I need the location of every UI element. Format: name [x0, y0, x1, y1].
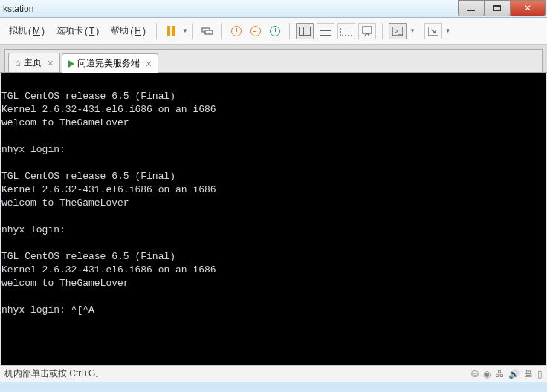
home-icon: ⌂: [15, 57, 21, 68]
statusbar: 机内部单击或按 Ctrl+G。 ⛁ ◉ 🖧 🔊 🖶 ▯: [0, 365, 547, 382]
device-sound-icon[interactable]: 🔊: [508, 369, 520, 379]
menu-help[interactable]: 帮助(H): [105, 22, 152, 40]
device-net-icon[interactable]: 🖧: [495, 369, 504, 379]
device-usb-icon[interactable]: ▯: [537, 369, 543, 379]
status-icons: ⛁ ◉ 🖧 🔊 🖶 ▯: [471, 369, 543, 379]
pause-dropdown[interactable]: ▼: [182, 27, 188, 34]
tab-home[interactable]: ⌂ 主页 ×: [8, 53, 60, 72]
device-printer-icon[interactable]: 🖶: [524, 369, 533, 379]
view-layout-3[interactable]: [337, 23, 355, 39]
menu-tabs[interactable]: 选项卡(T): [51, 22, 105, 40]
device-hdd-icon[interactable]: ⛁: [471, 369, 479, 379]
svg-rect-3: [363, 27, 372, 33]
window-title: kstation: [3, 4, 33, 14]
snapshot-button[interactable]: [228, 23, 245, 39]
tab-vm-close[interactable]: ×: [146, 58, 152, 70]
maximize-button[interactable]: [484, 0, 511, 16]
tab-home-close[interactable]: ×: [48, 57, 54, 69]
tab-vm-active[interactable]: 问道完美服务端 ×: [62, 53, 158, 73]
view-layout-4[interactable]: [358, 23, 376, 39]
menubar: 拟机(M) 选项卡(T) 帮助(H) ▼ >_ ▼ ▼: [0, 18, 547, 45]
minimize-button[interactable]: [458, 0, 485, 16]
window-controls: ✕: [459, 0, 547, 17]
svg-rect-1: [205, 30, 213, 34]
console-button[interactable]: >_: [389, 23, 407, 39]
console-dropdown[interactable]: ▼: [410, 27, 415, 34]
tab-area: ⌂ 主页 × 问道完美服务端 ×: [0, 45, 547, 73]
close-button[interactable]: ✕: [510, 0, 546, 16]
view-layout-1[interactable]: [296, 23, 314, 39]
fullscreen-dropdown[interactable]: ▼: [445, 27, 451, 34]
fullscreen-button[interactable]: [424, 23, 442, 39]
menu-vm[interactable]: 拟机(M): [3, 22, 51, 40]
terminal-console[interactable]: TGL CentOS release 6.5 (Final) Kernel 2.…: [1, 73, 546, 365]
svg-text:>_: >_: [395, 27, 403, 35]
device-cd-icon[interactable]: ◉: [483, 369, 491, 379]
manage-snapshots-button[interactable]: [267, 23, 283, 39]
pause-button[interactable]: [163, 23, 179, 39]
view-layout-2[interactable]: [317, 23, 334, 39]
vm-running-icon: [68, 60, 74, 68]
tab-home-label: 主页: [24, 56, 42, 69]
window-titlebar: kstation ✕: [0, 0, 547, 18]
svg-rect-2: [340, 27, 352, 36]
tab-vm-label: 问道完美服务端: [77, 57, 140, 70]
send-ctrlaltdel-button[interactable]: [199, 23, 216, 39]
revert-button[interactable]: [247, 23, 264, 39]
statusbar-hint: 机内部单击或按 Ctrl+G。: [4, 368, 104, 380]
